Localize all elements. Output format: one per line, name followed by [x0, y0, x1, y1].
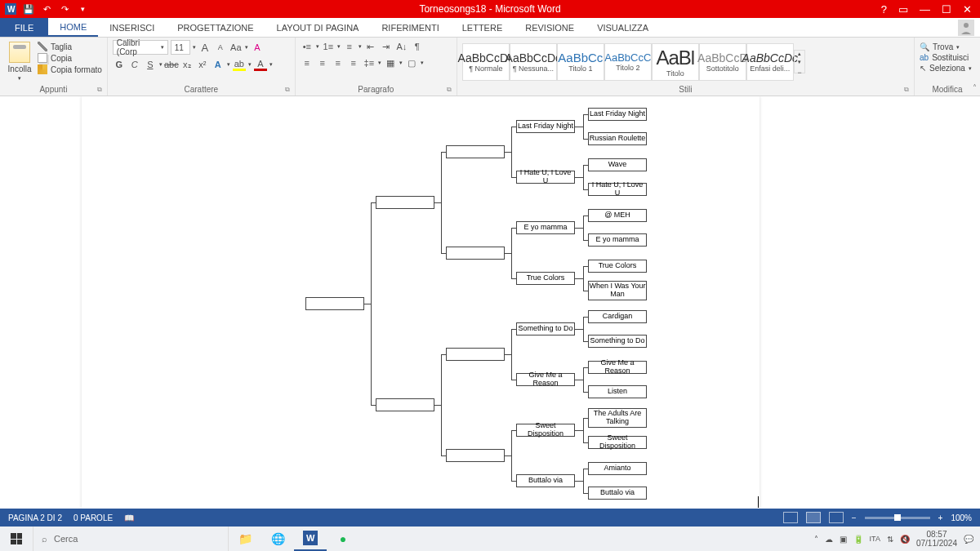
zoom-in-button[interactable]: + [938, 513, 943, 522]
close-icon[interactable]: ✕ [963, 3, 972, 16]
bracket-cell[interactable]: Something to Do [516, 322, 575, 335]
tab-insert[interactable]: INSERISCI [98, 18, 166, 37]
tab-design[interactable]: PROGETTAZIONE [166, 18, 265, 37]
view-print-button[interactable] [806, 512, 821, 523]
tab-mail[interactable]: LETTERE [451, 18, 514, 37]
align-center-button[interactable]: ≡ [316, 56, 329, 69]
paste-button[interactable]: Incolla ▾ [5, 40, 34, 83]
font-size-combo[interactable]: 11 [171, 40, 190, 55]
bracket-cell[interactable]: Wave [588, 158, 647, 171]
clipboard-dialog-icon[interactable]: ⧉ [97, 86, 102, 94]
bracket-cell[interactable] [446, 449, 505, 462]
subscript-button[interactable]: x₂ [180, 58, 194, 71]
bracket-cell[interactable]: Buttalo via [588, 487, 647, 500]
shading-button[interactable]: ▦ [384, 56, 397, 69]
bracket-cell[interactable]: Last Friday Night [588, 108, 647, 121]
show-marks-button[interactable]: ¶ [411, 40, 424, 53]
change-case-button[interactable]: Aa [229, 41, 243, 54]
battery-icon[interactable]: 🔋 [853, 535, 863, 544]
bold-button[interactable]: G [113, 58, 126, 71]
zoom-out-button[interactable]: − [852, 513, 857, 522]
highlight-button[interactable]: ab [233, 58, 246, 71]
notifications-icon[interactable]: 💬 [964, 535, 973, 544]
qat-custom-icon[interactable]: ▾ [77, 3, 88, 15]
bracket-cell[interactable]: I Hate U, I Love U [588, 183, 647, 196]
line-spacing-button[interactable]: ‡≡ [363, 56, 376, 69]
proofing-icon[interactable]: 📖 [124, 513, 134, 522]
tray-app-icon[interactable]: ▣ [840, 535, 847, 544]
volume-icon[interactable]: 🔇 [900, 535, 910, 544]
bracket-cell[interactable]: E yo mamma [516, 221, 575, 234]
tab-layout[interactable]: LAYOUT DI PAGINA [265, 18, 371, 37]
maximize-icon[interactable]: ☐ [942, 3, 951, 16]
multilevel-button[interactable]: ≡ [343, 40, 356, 53]
bracket-cell[interactable]: Give Me a Reason [516, 373, 575, 386]
strike-button[interactable]: abc [165, 58, 178, 71]
style-subtitle[interactable]: AaBbCcDSottotitolo [699, 43, 746, 81]
borders-button[interactable]: ▢ [405, 56, 418, 69]
cut-button[interactable]: Taglia [38, 42, 102, 51]
onedrive-icon[interactable]: ☁ [825, 535, 833, 544]
view-web-button[interactable] [829, 512, 844, 523]
tab-review[interactable]: REVISIONE [514, 18, 586, 37]
style-nospacing[interactable]: AaBbCcDc¶ Nessuna... [510, 43, 557, 81]
text-effects-button[interactable]: A [212, 58, 225, 71]
word-taskbar-icon[interactable]: W [294, 527, 327, 551]
bracket-cell[interactable] [376, 196, 434, 209]
inc-indent-button[interactable]: ⇥ [380, 40, 393, 53]
font-dialog-icon[interactable]: ⧉ [285, 86, 290, 94]
bracket-cell[interactable]: True Colors [588, 260, 647, 273]
style-emphasis[interactable]: AaBbCcDcEnfasi deli... [746, 43, 794, 81]
taskbar-search[interactable]: ⌕Cerca [33, 527, 229, 551]
bracket-cell[interactable]: True Colors [516, 272, 575, 285]
tab-file[interactable]: FILE [0, 18, 48, 37]
word-count[interactable]: 0 PAROLE [74, 513, 113, 522]
bracket-cell[interactable]: Amianto [588, 462, 647, 475]
bracket-cell[interactable]: Sweet Disposition [588, 436, 647, 449]
help-icon[interactable]: ? [881, 3, 887, 16]
style-heading1[interactable]: AaBbCcTitolo 1 [557, 43, 604, 81]
format-painter-button[interactable]: Copia formato [38, 64, 102, 74]
bracket-cell[interactable]: Give Me a Reason [588, 361, 647, 374]
bracket-cell[interactable]: @ MEH [588, 209, 647, 222]
copy-button[interactable]: Copia [38, 53, 102, 63]
clock[interactable]: 08:5707/11/2024 [916, 530, 957, 548]
spotify-icon[interactable]: ● [327, 527, 359, 551]
bracket-cell[interactable] [446, 145, 505, 158]
italic-button[interactable]: C [128, 58, 141, 71]
page-status[interactable]: PAGINA 2 DI 2 [8, 513, 62, 522]
grow-font-button[interactable]: A [198, 41, 212, 54]
underline-button[interactable]: S [144, 58, 157, 71]
minimize-icon[interactable]: — [920, 3, 930, 16]
align-right-button[interactable]: ≡ [332, 56, 345, 69]
bracket-cell[interactable]: Sweet Disposition [516, 424, 575, 437]
bracket-cell[interactable]: Listen [588, 385, 647, 398]
bracket-cell[interactable] [305, 297, 364, 310]
account-icon[interactable] [952, 18, 980, 37]
zoom-label[interactable]: 100% [951, 513, 972, 522]
bracket-cell[interactable] [376, 398, 434, 411]
collapse-ribbon-icon[interactable]: ˄ [973, 83, 977, 92]
bracket-cell[interactable]: Last Friday Night [516, 120, 575, 133]
explorer-icon[interactable]: 📁 [229, 527, 261, 551]
select-button[interactable]: ↖Seleziona▾ [920, 64, 975, 73]
para-dialog-icon[interactable]: ⧉ [447, 86, 452, 94]
sort-button[interactable]: A↓ [395, 40, 408, 53]
ribbon-opts-icon[interactable]: ▭ [898, 3, 908, 16]
chrome-icon[interactable]: 🌐 [261, 527, 294, 551]
style-heading2[interactable]: AaBbCcCTitolo 2 [604, 43, 652, 81]
bracket-cell[interactable]: Buttalo via [516, 474, 575, 487]
bracket-cell[interactable]: The Adults Are Talking [588, 408, 647, 428]
bracket-cell[interactable]: Russian Roulette [588, 132, 647, 145]
align-left-button[interactable]: ≡ [301, 56, 314, 69]
bracket-cell[interactable]: Something to Do [588, 335, 647, 348]
style-normal[interactable]: AaBbCcDc¶ Normale [462, 43, 510, 81]
style-title[interactable]: AaBlTitolo [652, 43, 699, 81]
tray-chevron-icon[interactable]: ˄ [814, 535, 818, 544]
redo-icon[interactable]: ↷ [59, 3, 70, 15]
document-page[interactable]: Last Friday NightRussian RouletteWaveI H… [82, 96, 760, 509]
tab-references[interactable]: RIFERIMENTI [370, 18, 450, 37]
dec-indent-button[interactable]: ⇤ [364, 40, 377, 53]
font-name-combo[interactable]: Calibri (Corp▾ [113, 40, 168, 55]
bracket-cell[interactable]: I Hate U, I Love U [516, 171, 575, 184]
